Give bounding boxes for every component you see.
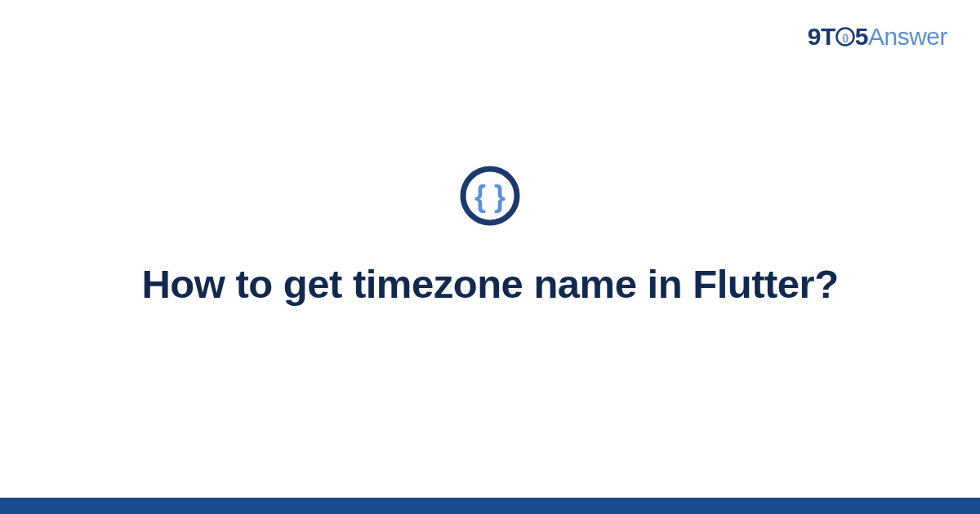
footer-bar — [0, 498, 980, 514]
main-content: { } How to get timezone name in Flutter? — [0, 0, 980, 498]
question-title: How to get timezone name in Flutter? — [141, 259, 838, 310]
curly-braces-icon: { } — [458, 164, 522, 228]
svg-text:{ }: { } — [474, 179, 506, 213]
